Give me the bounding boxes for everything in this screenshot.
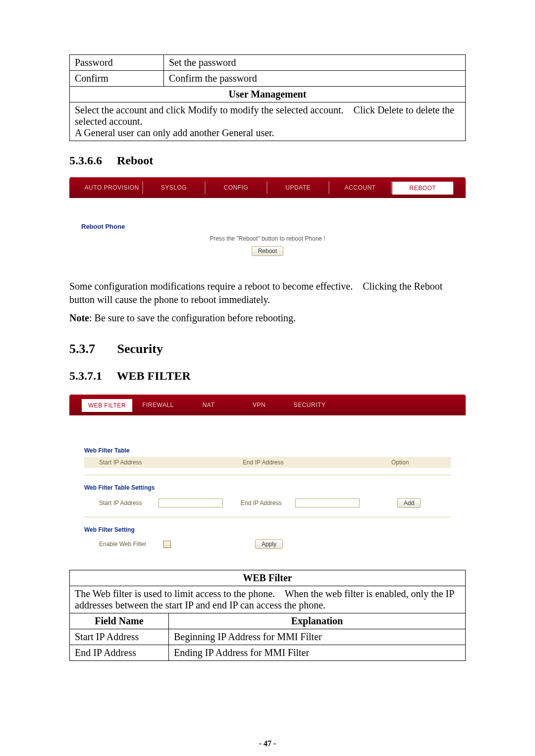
heading-number: 5.3.6.6 [69, 154, 114, 167]
tab-account[interactable]: ACCOUNT [329, 181, 390, 194]
heading-text: WEB FILTER [117, 369, 191, 382]
heading-web-filter: 5.3.7.1 WEB FILTER [69, 369, 466, 383]
enable-web-filter-label: Enable Web Filter [99, 541, 163, 548]
note-label: Note [69, 312, 89, 323]
user-management-table: Password Set the password Confirm Confir… [69, 54, 466, 141]
add-button[interactable]: Add [397, 498, 421, 508]
table-row: The Web filter is used to limit access t… [70, 586, 466, 613]
web-filter-spec-table: WEB Filter The Web filter is used to lim… [69, 570, 466, 661]
heading-reboot: 5.3.6.6 Reboot [69, 154, 466, 167]
web-filter-enable-row: Enable Web Filter Apply [84, 536, 451, 551]
col-end-ip: End IP Address [243, 459, 391, 466]
spec-col-explanation: Explanation [169, 613, 466, 629]
reboot-panel: Reboot Phone Press the "Reboot" button t… [69, 198, 466, 268]
web-filter-panel: Web Filter Table Start IP Address End IP… [69, 415, 466, 561]
cell-val: Set the password [164, 55, 466, 71]
start-ip-label: Start IP Address [99, 500, 159, 506]
start-ip-input[interactable] [159, 499, 223, 507]
spec-title-cell: WEB Filter [70, 570, 466, 586]
web-filter-setting-title: Web Filter Setting [84, 526, 451, 533]
table-row: Password Set the password [70, 55, 466, 71]
cell-val: Ending IP Address for MMI Filter [169, 645, 466, 661]
web-filter-table-title: Web Filter Table [84, 447, 451, 454]
reboot-note: Note: Be sure to save the configuration … [69, 311, 466, 325]
filter-tabstrip: WEB FILTER FIREWALL NAT VPN SECURITY [69, 395, 466, 415]
tab-update[interactable]: UPDATE [268, 181, 328, 194]
web-filter-settings-title: Web Filter Table Settings [84, 484, 451, 491]
table-row: Field Name Explanation [70, 613, 466, 629]
tab-auto-provision[interactable]: AUTO PROVISION [81, 181, 142, 194]
web-filter-screenshot: WEB FILTER FIREWALL NAT VPN SECURITY Web… [69, 395, 466, 561]
table-row: Confirm Confirm the password [70, 71, 466, 87]
web-filter-settings-row: Start IP Address End IP Address Add [84, 494, 451, 510]
divider [84, 517, 451, 517]
cell-key: Start IP Address [70, 629, 169, 645]
cell-key: End IP Address [70, 645, 169, 661]
end-ip-label: End IP Address [241, 500, 295, 506]
spec-col-field: Field Name [70, 613, 169, 629]
tab-config[interactable]: CONFIG [206, 181, 267, 194]
table-row: End IP Address Ending IP Address for MMI… [70, 645, 466, 661]
cell-val: Beginning IP Address for MMI Filter [169, 629, 466, 645]
page-number: - 47 - [0, 739, 535, 748]
reboot-tabstrip: AUTO PROVISION SYSLOG CONFIG UPDATE ACCO… [69, 177, 466, 198]
apply-button[interactable]: Apply [255, 539, 283, 549]
tab-firewall[interactable]: FIREWALL [133, 399, 183, 411]
reboot-button[interactable]: Reboot [252, 246, 284, 256]
heading-text: Security [117, 342, 163, 356]
tab-reboot[interactable]: REBOOT [392, 181, 454, 195]
reboot-section-title: Reboot Phone [81, 223, 454, 230]
end-ip-input[interactable] [295, 499, 360, 507]
tab-security[interactable]: SECURITY [284, 399, 335, 411]
table-row: User Management [70, 87, 466, 102]
divider [84, 475, 451, 475]
table-row: Select the account and click Modify to m… [70, 102, 466, 141]
tab-web-filter[interactable]: WEB FILTER [81, 399, 133, 412]
heading-number: 5.3.7 [69, 342, 114, 356]
enable-web-filter-checkbox[interactable] [163, 541, 171, 548]
heading-security: 5.3.7 Security [69, 342, 466, 356]
cell-val: Confirm the password [164, 71, 466, 87]
reboot-paragraph: Some configuration modifications require… [69, 280, 466, 306]
tab-vpn[interactable]: VPN [234, 399, 284, 411]
reboot-hint-text: Press the "Reboot" button to reboot Phon… [81, 235, 454, 242]
section-text-cell: Select the account and click Modify to m… [70, 102, 466, 141]
cell-key: Password [70, 55, 164, 71]
web-filter-table-header: Start IP Address End IP Address Option [84, 457, 451, 468]
table-row: WEB Filter [70, 570, 466, 586]
spec-intro-cell: The Web filter is used to limit access t… [70, 586, 466, 613]
heading-text: Reboot [117, 154, 153, 167]
cell-key: Confirm [70, 71, 164, 87]
document-page: Password Set the password Confirm Confir… [0, 0, 535, 756]
col-option: Option [391, 459, 451, 466]
col-start-ip: Start IP Address [99, 459, 243, 466]
heading-number: 5.3.7.1 [69, 369, 114, 383]
tab-nat[interactable]: NAT [183, 399, 234, 411]
reboot-screenshot: AUTO PROVISION SYSLOG CONFIG UPDATE ACCO… [69, 177, 466, 268]
section-header-cell: User Management [70, 87, 466, 102]
tabstrip-spacer [335, 399, 454, 411]
tab-syslog[interactable]: SYSLOG [143, 181, 204, 194]
table-row: Start IP Address Beginning IP Address fo… [70, 629, 466, 645]
note-text: : Be sure to save the configuration befo… [89, 312, 296, 323]
